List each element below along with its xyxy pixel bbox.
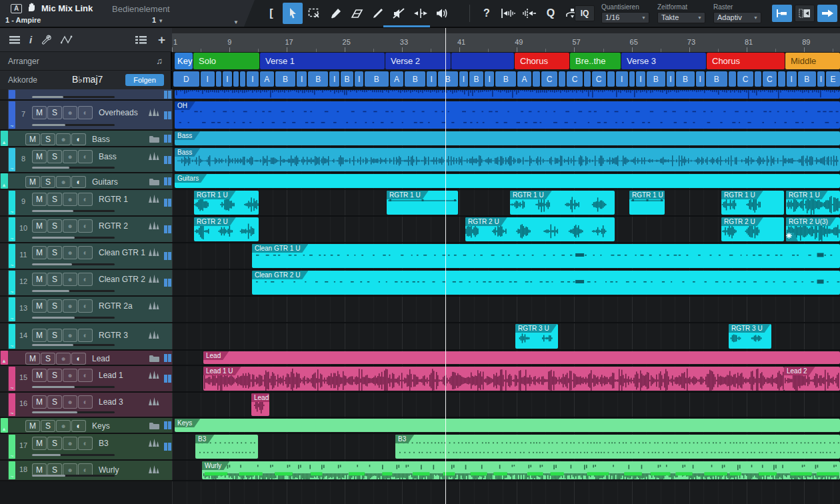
volume-slider[interactable] — [32, 237, 115, 239]
monitor-button[interactable]: ◐ — [78, 369, 93, 382]
arranger-track-header[interactable]: Arranger ♫ — [0, 53, 172, 71]
record-arm-button[interactable]: ● — [63, 106, 77, 119]
chord-block[interactable] — [240, 71, 245, 87]
audio-clip[interactable]: RGTR 2 U — [465, 217, 615, 241]
chord-block[interactable]: I — [427, 71, 436, 87]
audio-clip[interactable]: RGTR 3 U — [515, 324, 558, 349]
chord-block[interactable] — [607, 71, 615, 87]
chord-block[interactable] — [216, 71, 221, 87]
eraser-tool[interactable] — [347, 3, 367, 24]
bend-tool[interactable] — [411, 3, 431, 24]
track-lane[interactable]: Lead 1 ULead 2 — [172, 366, 840, 393]
audio-clip[interactable]: RGTR 1 U — [786, 191, 840, 215]
track-name[interactable]: RGTR 2a — [99, 301, 133, 311]
chord-block[interactable]: I — [297, 71, 306, 87]
solo-button[interactable]: S — [41, 353, 55, 365]
automation-icon[interactable]: ~ — [9, 123, 15, 129]
track-lane[interactable]: B3B3 — [172, 434, 840, 461]
autopunch-bracket-icon[interactable]: [ — [261, 3, 281, 24]
record-arm-button[interactable]: ● — [63, 329, 77, 342]
track-name[interactable]: Overheads — [99, 108, 138, 117]
chord-block[interactable]: A — [390, 71, 404, 87]
play-from-icon[interactable] — [498, 3, 518, 24]
volume-slider[interactable] — [32, 454, 115, 456]
q-icon[interactable]: Q — [541, 3, 561, 24]
audio-clip[interactable]: B3 — [195, 435, 258, 459]
keyboard-button[interactable] — [795, 5, 815, 22]
chord-block[interactable]: B — [438, 71, 459, 87]
autoscroll-button[interactable] — [817, 5, 837, 22]
automation-curve-icon[interactable] — [61, 35, 74, 44]
track-name[interactable]: Lead — [92, 354, 110, 363]
arranger-section[interactable]: Verse 2 — [385, 53, 451, 69]
chord-block[interactable]: B — [308, 71, 329, 87]
solo-button[interactable]: S — [47, 395, 62, 409]
audio-clip[interactable]: Lead 1 U — [203, 367, 784, 391]
chord-block[interactable]: I — [787, 71, 796, 87]
solo-button[interactable]: S — [41, 133, 55, 145]
audio-clip[interactable]: OH — [175, 101, 840, 129]
mute-button[interactable]: M — [32, 329, 47, 342]
volume-slider[interactable] — [32, 167, 115, 169]
mute-button[interactable]: M — [25, 353, 40, 365]
add-track-button[interactable]: + — [158, 33, 165, 47]
record-arm-button[interactable]: ● — [63, 193, 77, 206]
audio-clip[interactable]: Keys — [175, 419, 840, 432]
track-lane[interactable]: RGTR 3 URGTR 3 U — [172, 323, 840, 351]
chord-block[interactable]: I — [667, 71, 675, 87]
audio-clip[interactable]: RGTR 2 U — [721, 217, 784, 241]
track-lane[interactable]: RGTR 2 URGTR 2 URGTR 2 URGTR 2 U(3) — [172, 217, 840, 243]
mute-button[interactable]: M — [32, 106, 47, 119]
automation-icon[interactable]: ~ — [9, 385, 15, 391]
folder-track-row[interactable]: ▴MS●◐Keys — [0, 418, 172, 434]
chord-block[interactable]: C — [567, 71, 583, 87]
solo-button[interactable]: S — [47, 219, 62, 233]
automation-icon[interactable]: ~ — [9, 343, 15, 349]
mute-button[interactable]: M — [32, 246, 47, 259]
audio-clip[interactable]: RGTR 3 U — [729, 324, 771, 349]
automation-icon[interactable]: ▴ — [1, 357, 7, 364]
monitor-button[interactable]: ◐ — [78, 437, 93, 450]
track-list-icon[interactable] — [135, 36, 147, 44]
help-icon[interactable]: ? — [477, 3, 497, 24]
track-name[interactable]: Clean GTR 2 — [99, 275, 145, 284]
automation-icon[interactable]: ~ — [9, 289, 15, 295]
chord-block[interactable]: A — [517, 71, 531, 87]
monitor-button[interactable]: ◐ — [78, 273, 93, 286]
play-through-icon[interactable] — [519, 3, 539, 24]
timeformat-select[interactable]: Takte▼ — [657, 12, 705, 23]
audio-clip[interactable]: RGTR 2 U — [194, 217, 259, 241]
automation-icon[interactable]: ~ — [9, 315, 15, 322]
solo-button[interactable]: S — [47, 299, 62, 313]
solo-button[interactable]: S — [47, 329, 62, 342]
audio-clip[interactable]: Clean GTR 1 U — [252, 244, 840, 268]
menu-icon[interactable] — [9, 36, 20, 44]
monitor-button[interactable]: ◐ — [78, 329, 93, 342]
chord-block[interactable]: I — [329, 71, 339, 87]
monitor-button[interactable]: ◐ — [78, 106, 93, 119]
arranger-section[interactable]: Middle — [785, 53, 840, 69]
record-arm-button[interactable]: ● — [56, 353, 71, 365]
mute-button[interactable]: M — [32, 437, 47, 450]
mute-button[interactable]: M — [32, 369, 47, 382]
chord-block[interactable]: I — [201, 71, 215, 87]
track-name[interactable]: Clean GTR 1 — [99, 248, 145, 257]
automation-icon[interactable]: ~ — [9, 209, 15, 215]
solo-button[interactable]: S — [41, 420, 55, 432]
automation-icon[interactable]: ▴ — [1, 139, 7, 145]
track-color-strip[interactable] — [9, 90, 15, 99]
arranger-section[interactable]: Verse 3 — [621, 53, 706, 69]
track-name[interactable]: Wurly — [99, 465, 119, 475]
chord-block[interactable]: I — [616, 71, 628, 87]
device-channel-selector[interactable]: 1 ▼ — [152, 16, 163, 24]
mute-button[interactable]: M — [32, 395, 47, 409]
mute-button[interactable]: M — [32, 219, 47, 233]
record-arm-button[interactable]: ● — [63, 219, 77, 233]
chord-block[interactable]: A — [260, 71, 274, 87]
mute-tool[interactable] — [389, 3, 409, 24]
track-row[interactable]: ~17MS●◐B3 — [0, 434, 172, 461]
solo-button[interactable]: S — [47, 246, 62, 259]
control-dropdown-arrow[interactable]: ▼ — [233, 15, 239, 27]
chord-block[interactable] — [729, 71, 736, 87]
volume-slider[interactable] — [32, 290, 115, 292]
